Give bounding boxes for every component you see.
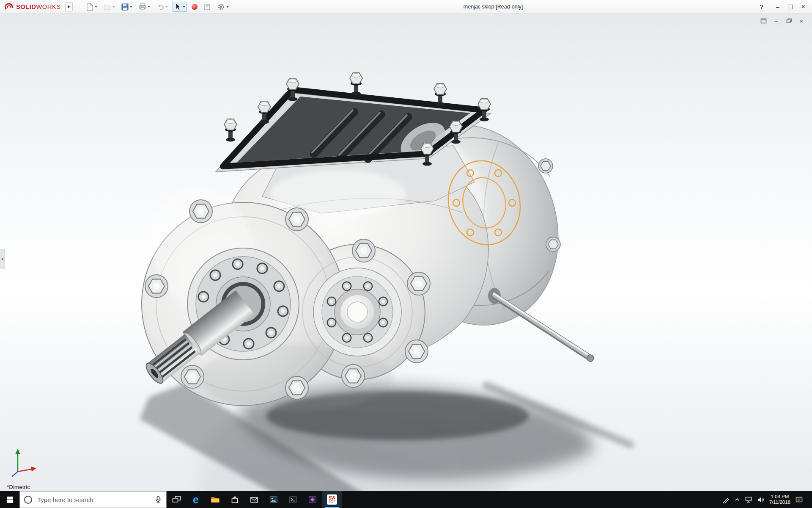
close-button[interactable]: × <box>797 0 809 14</box>
document-title: menjac sklop [Read-only] <box>464 0 523 14</box>
taskbar-app-file-explorer[interactable] <box>206 491 225 508</box>
save-button[interactable] <box>120 2 134 12</box>
dropdown-caret-icon <box>148 6 150 8</box>
system-tray: 1:04 PM 7/11/2018 <box>722 491 812 508</box>
view-orientation-label: *Dimetric <box>7 484 30 490</box>
appearance-sphere-icon <box>192 4 198 10</box>
windows-logo-icon <box>7 497 13 503</box>
restore-icon <box>786 18 792 24</box>
taskbar-clock[interactable]: 1:04 PM 7/11/2018 <box>769 494 790 505</box>
action-center-icon <box>795 496 803 503</box>
graphics-viewport[interactable]: – × *Dimetric <box>0 14 812 491</box>
select-cursor-icon <box>174 3 181 11</box>
task-view-button[interactable] <box>167 491 186 508</box>
titlebar: SOLIDWORKS <box>0 0 812 14</box>
document-window-icon[interactable] <box>759 17 768 25</box>
file-explorer-icon <box>211 496 220 504</box>
taskbar-app-edge[interactable]: e <box>186 491 206 508</box>
edge-icon: e <box>193 494 199 505</box>
dropdown-caret-icon <box>130 6 132 8</box>
clock-time: 1:04 PM <box>769 494 790 500</box>
options-button[interactable] <box>216 2 230 12</box>
taskbar-app-solidworks[interactable]: SW 2017 <box>322 491 342 508</box>
maximize-button[interactable] <box>784 0 797 14</box>
appearance-button[interactable] <box>190 2 199 12</box>
mail-icon <box>250 496 258 503</box>
window-controls: ? – × <box>755 0 809 14</box>
task-view-icon <box>172 496 181 503</box>
dropdown-caret-icon <box>183 6 185 8</box>
dropdown-caret-icon <box>112 6 115 8</box>
print-button[interactable] <box>137 2 152 12</box>
document-minimize-button[interactable]: – <box>771 17 781 25</box>
output-shaft <box>488 288 594 362</box>
clock-date: 7/11/2018 <box>769 500 790 505</box>
taskbar-app-mail[interactable] <box>244 491 264 508</box>
pen-icon <box>722 496 730 503</box>
panel-collapse-tab[interactable] <box>0 249 5 269</box>
quick-access-toolbar <box>85 2 230 12</box>
search-circle-icon <box>24 496 32 504</box>
solidworks-window: SOLIDWORKS <box>0 0 812 508</box>
dev-tool-icon <box>308 495 317 504</box>
orientation-triad[interactable] <box>3 444 41 480</box>
housing-bolt <box>538 159 553 173</box>
toolbar-expand-button[interactable] <box>65 2 73 11</box>
document-close-button[interactable]: × <box>797 17 806 25</box>
taskbar-search[interactable] <box>19 491 167 508</box>
windows-ink-button[interactable] <box>722 496 730 503</box>
tray-expand-button[interactable] <box>734 497 740 502</box>
undo-icon <box>156 3 164 10</box>
chevron-up-icon <box>734 497 740 502</box>
minimize-button[interactable]: – <box>771 0 784 14</box>
taskbar-app-console[interactable] <box>283 491 303 508</box>
search-input[interactable] <box>36 496 150 504</box>
store-icon <box>230 495 239 504</box>
maximize-icon <box>788 5 793 9</box>
new-document-button[interactable] <box>85 2 99 12</box>
dropdown-caret-icon <box>95 6 97 8</box>
taskbar-app-store[interactable] <box>225 491 244 508</box>
photos-icon <box>269 495 278 504</box>
chevron-left-icon <box>1 257 3 261</box>
undo-button[interactable] <box>155 2 170 12</box>
volume-icon <box>757 496 765 503</box>
document-window-controls: – × <box>759 17 806 25</box>
show-desktop-button[interactable] <box>808 491 811 508</box>
network-icon <box>745 496 752 503</box>
help-button[interactable]: ? <box>755 0 768 14</box>
network-status-button[interactable] <box>745 496 752 503</box>
volume-button[interactable] <box>757 496 765 503</box>
dropdown-caret-icon <box>226 6 229 8</box>
dassault-ds-icon <box>3 2 14 11</box>
housing-bolt <box>546 237 560 251</box>
brand-text-light: WORKS <box>36 3 60 10</box>
window-icon <box>760 18 767 24</box>
new-document-icon <box>86 3 93 11</box>
start-button[interactable] <box>0 491 19 508</box>
print-icon <box>139 3 146 11</box>
taskbar-app-photos[interactable] <box>264 491 283 508</box>
chevron-right-icon <box>67 5 71 9</box>
solidworks-logo: SOLIDWORKS <box>0 2 61 11</box>
select-tool-button[interactable] <box>173 2 187 12</box>
action-center-button[interactable] <box>795 496 803 503</box>
secondary-hub <box>313 268 401 356</box>
document-properties-button[interactable] <box>202 2 213 12</box>
microphone-icon[interactable] <box>154 496 162 504</box>
gearbox-model-canvas[interactable] <box>0 14 812 491</box>
solidworks-2017-icon: SW 2017 <box>327 494 337 505</box>
open-button[interactable] <box>102 2 117 12</box>
save-icon <box>121 3 129 11</box>
windows-taskbar: e <box>0 491 812 508</box>
options-gear-icon <box>217 3 225 11</box>
document-properties-icon <box>204 3 211 11</box>
command-prompt-icon <box>289 495 297 504</box>
open-folder-icon <box>104 3 111 10</box>
brand-text-bold: SOLID <box>16 3 36 10</box>
taskbar-app-devtool[interactable] <box>303 491 322 508</box>
dropdown-caret-icon <box>165 6 168 8</box>
document-restore-button[interactable] <box>784 17 793 25</box>
